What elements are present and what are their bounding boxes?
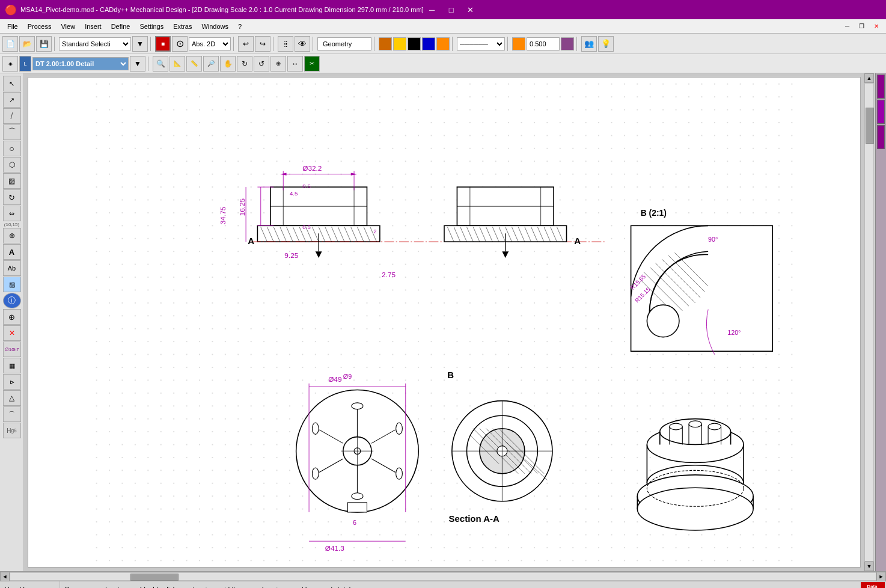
sep6 (374, 37, 376, 51)
scroll-left-button[interactable]: ◄ (0, 572, 10, 581)
svg-text:B  (2:1): B (2:1) (641, 208, 667, 218)
menu-insert[interactable]: Insert (80, 19, 106, 33)
scroll-down-button[interactable]: ▼ (864, 562, 874, 571)
svg-text:Ø41.3: Ø41.3 (325, 544, 345, 552)
canvas-wrapper[interactable]: ▲ ▼ (24, 73, 875, 571)
tool-text[interactable]: A (3, 244, 21, 260)
scroll-track[interactable] (864, 83, 874, 562)
tool-hatch[interactable]: ▨ (3, 173, 21, 189)
linewidth-input[interactable] (527, 37, 560, 51)
view-dropdown[interactable]: DT 2.00:1.00 Detail (32, 57, 129, 70)
tb2-icon1[interactable]: ◈ (2, 56, 18, 72)
menu-windows[interactable]: Windows (197, 19, 233, 33)
tool-line[interactable]: / (3, 108, 21, 124)
new-button[interactable]: 📄 (2, 36, 18, 52)
tool-text2[interactable]: Ab (3, 260, 21, 276)
tool-offset[interactable]: ⊕ (3, 228, 21, 243)
svg-text:2: 2 (373, 228, 376, 234)
tool-hatch2[interactable]: ▨ (3, 277, 21, 292)
view-expand[interactable]: ▼ (130, 56, 145, 72)
menu-extras[interactable]: Extras (168, 19, 197, 33)
svg-text:34.75: 34.75 (219, 206, 227, 224)
svg-text:90°: 90° (708, 236, 718, 243)
fit-view-button[interactable]: 🔍 (153, 56, 168, 72)
tool-table[interactable]: ▦ (3, 358, 21, 373)
tool-weld[interactable]: △ (3, 390, 21, 406)
tool-select-arrow2[interactable]: ↗ (3, 92, 21, 108)
tool-detail[interactable]: ⊳ (3, 374, 21, 390)
tool-target[interactable]: ⊕ (3, 309, 21, 325)
linestyle-dropdown[interactable]: ────── (457, 37, 505, 51)
zoom-window-button[interactable]: 🔎 (203, 56, 219, 72)
maximize-button[interactable]: □ (443, 3, 460, 16)
menu-view[interactable]: View (56, 19, 80, 33)
layer-black[interactable] (408, 37, 421, 51)
cut-button[interactable]: ✂ (304, 56, 320, 72)
layers-icon[interactable] (561, 37, 574, 51)
tool-select-arrow[interactable]: ↖ (3, 76, 21, 91)
redo-button[interactable]: ↪ (255, 36, 270, 52)
svg-text:A: A (574, 236, 581, 246)
pan-button[interactable]: ✋ (220, 56, 236, 72)
hscroll-thumb[interactable] (130, 574, 179, 581)
inner-close-button[interactable]: ✕ (869, 19, 884, 33)
tool-polygon[interactable]: ⬡ (3, 157, 21, 173)
scroll-thumb[interactable] (866, 108, 874, 144)
svg-text:Section A-A: Section A-A (448, 513, 500, 524)
svg-point-81 (396, 468, 403, 479)
minimize-button[interactable]: ─ (424, 3, 441, 16)
grid-button[interactable]: ⣿ (278, 36, 293, 52)
menu-file[interactable]: File (2, 19, 23, 33)
tool-circle[interactable]: ○ (3, 141, 21, 156)
layer-orange1[interactable] (379, 37, 392, 51)
layer-orange2[interactable] (436, 37, 450, 51)
zoom-in-button[interactable]: ⊕ (270, 56, 286, 72)
distance-button[interactable]: 📏 (186, 56, 202, 72)
pan2-button[interactable]: ↔ (287, 56, 303, 72)
tool-curve[interactable]: ⌒ (3, 124, 21, 140)
circle-snap-button[interactable]: ⊙ (172, 36, 188, 52)
inner-restore-button[interactable]: ❐ (854, 19, 869, 33)
status-message: Press mouse key to pan. (double click= c… (60, 586, 861, 589)
color-button[interactable]: ■ (155, 36, 171, 52)
vertical-scrollbar[interactable]: ▲ ▼ (864, 73, 875, 571)
tool-section[interactable]: Hg6 (3, 423, 21, 438)
linecolor-orange[interactable] (512, 37, 525, 51)
hscroll-track[interactable] (10, 572, 876, 581)
select-mode-dropdown[interactable]: Standard Selecti (59, 37, 131, 51)
measure-button[interactable]: 📐 (170, 56, 185, 72)
tool-dim-diameter[interactable]: ∅10h7 (3, 341, 21, 357)
tool-delete[interactable]: ✕ (3, 325, 21, 341)
eye-button[interactable]: 👁 (295, 36, 310, 52)
open-button[interactable]: 📂 (19, 36, 35, 52)
close-button[interactable]: ✕ (462, 3, 479, 16)
svg-point-80 (312, 468, 319, 479)
menu-define[interactable]: Define (106, 19, 135, 33)
tool-bend[interactable]: ⌒ (3, 406, 21, 422)
tool-rotate[interactable]: ↻ (3, 189, 21, 205)
coord-mode-dropdown[interactable]: Abs. 2D (189, 37, 231, 51)
svg-text:0.5: 0.5 (302, 224, 310, 230)
rp-item3 (877, 125, 885, 149)
menu-process[interactable]: Process (23, 19, 57, 33)
rotate-ccw-button[interactable]: ↺ (254, 56, 269, 72)
layer-blue[interactable] (422, 37, 435, 51)
save-button[interactable]: 💾 (36, 36, 52, 52)
layer-yellow[interactable] (393, 37, 406, 51)
layer-toggle[interactable]: L (19, 56, 31, 72)
right-panel (875, 73, 886, 571)
tool-mirror[interactable]: ⇔ (3, 206, 21, 221)
scroll-right-button[interactable]: ► (876, 572, 886, 581)
horizontal-scrollbar[interactable]: ◄ ► (0, 571, 886, 581)
rotate-cw-button[interactable]: ↻ (237, 56, 252, 72)
scroll-up-button[interactable]: ▲ (864, 73, 874, 83)
people-button[interactable]: 👥 (581, 36, 597, 52)
select-mode-expand[interactable]: ▼ (132, 36, 148, 52)
menu-help[interactable]: ? (233, 19, 246, 33)
rp-item1 (877, 75, 885, 99)
idea-button[interactable]: 💡 (598, 36, 614, 52)
inner-minimize-button[interactable]: ─ (840, 19, 854, 33)
tool-info[interactable]: ⓘ (3, 293, 21, 308)
menu-settings[interactable]: Settings (135, 19, 168, 33)
undo-button[interactable]: ↩ (238, 36, 254, 52)
